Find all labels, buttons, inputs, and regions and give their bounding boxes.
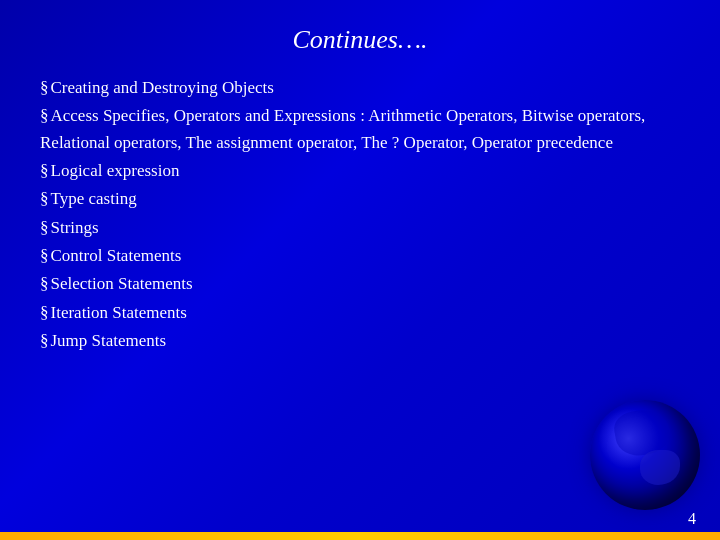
bullet-item: Logical expression [40, 158, 680, 184]
page-number: 4 [688, 510, 696, 528]
bullet-item: Strings [40, 215, 680, 241]
bullet-item: Type casting [40, 186, 680, 212]
bullet-item: Creating and Destroying Objects [40, 75, 680, 101]
slide-title: Continues…. [40, 25, 680, 55]
bullet-item: Selection Statements [40, 271, 680, 297]
bullet-item: Iteration Statements [40, 300, 680, 326]
bottom-bar [0, 532, 720, 540]
globe-decoration [590, 400, 700, 510]
slide-content: Creating and Destroying ObjectsAccess Sp… [40, 75, 680, 500]
bullet-item: Jump Statements [40, 328, 680, 354]
bullet-item: Access Specifies, Operators and Expressi… [40, 103, 680, 156]
bullet-item: Control Statements [40, 243, 680, 269]
slide: Continues…. Creating and Destroying Obje… [0, 0, 720, 540]
